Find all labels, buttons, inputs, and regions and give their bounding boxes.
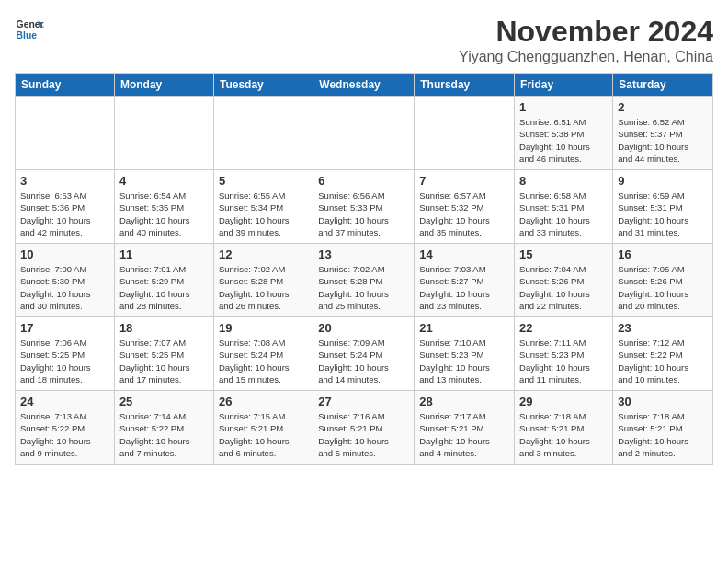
day-info: Sunrise: 7:06 AM Sunset: 5:25 PM Dayligh… [20, 337, 109, 385]
header-cell-saturday: Saturday [613, 74, 713, 97]
day-info: Sunrise: 7:11 AM Sunset: 5:23 PM Dayligh… [519, 337, 608, 385]
calendar-cell: 16Sunrise: 7:05 AM Sunset: 5:26 PM Dayli… [613, 244, 713, 317]
day-info: Sunrise: 7:04 AM Sunset: 5:26 PM Dayligh… [519, 263, 608, 312]
day-number: 4 [119, 174, 209, 188]
calendar-cell [114, 97, 213, 170]
day-number: 30 [618, 395, 708, 408]
day-info: Sunrise: 6:51 AM Sunset: 5:38 PM Dayligh… [519, 116, 608, 165]
calendar-cell: 12Sunrise: 7:02 AM Sunset: 5:28 PM Dayli… [213, 244, 313, 317]
day-number: 22 [519, 321, 608, 335]
logo-icon: General Blue [15, 15, 44, 44]
day-number: 7 [419, 174, 509, 188]
day-info: Sunrise: 7:01 AM Sunset: 5:29 PM Dayligh… [119, 263, 209, 312]
day-info: Sunrise: 6:52 AM Sunset: 5:37 PM Dayligh… [618, 116, 708, 165]
day-info: Sunrise: 7:13 AM Sunset: 5:22 PM Dayligh… [20, 410, 109, 459]
calendar-cell: 21Sunrise: 7:10 AM Sunset: 5:23 PM Dayli… [415, 317, 515, 391]
day-number: 14 [419, 247, 509, 261]
calendar-cell: 26Sunrise: 7:15 AM Sunset: 5:21 PM Dayli… [213, 391, 313, 465]
svg-text:Blue: Blue [17, 30, 38, 40]
day-info: Sunrise: 7:05 AM Sunset: 5:26 PM Dayligh… [618, 263, 708, 312]
day-info: Sunrise: 7:00 AM Sunset: 5:30 PM Dayligh… [20, 263, 109, 312]
day-number: 26 [219, 395, 308, 408]
day-number: 11 [119, 247, 209, 261]
week-row-3: 10Sunrise: 7:00 AM Sunset: 5:30 PM Dayli… [16, 244, 713, 317]
day-info: Sunrise: 7:07 AM Sunset: 5:25 PM Dayligh… [119, 337, 209, 385]
location: Yiyang Chengguanzhen, Henan, China [459, 49, 713, 65]
calendar-cell: 19Sunrise: 7:08 AM Sunset: 5:24 PM Dayli… [213, 317, 313, 391]
day-number: 8 [519, 174, 608, 188]
calendar-cell: 5Sunrise: 6:55 AM Sunset: 5:34 PM Daylig… [213, 170, 313, 244]
calendar-cell: 1Sunrise: 6:51 AM Sunset: 5:38 PM Daylig… [515, 97, 613, 170]
calendar-cell: 2Sunrise: 6:52 AM Sunset: 5:37 PM Daylig… [613, 97, 713, 170]
calendar-table: SundayMondayTuesdayWednesdayThursdayFrid… [15, 73, 713, 465]
day-number: 29 [519, 395, 608, 408]
day-info: Sunrise: 7:10 AM Sunset: 5:23 PM Dayligh… [419, 337, 509, 385]
day-number: 12 [219, 247, 308, 261]
day-info: Sunrise: 7:09 AM Sunset: 5:24 PM Dayligh… [318, 337, 409, 385]
day-info: Sunrise: 6:53 AM Sunset: 5:36 PM Dayligh… [20, 190, 109, 238]
day-info: Sunrise: 7:12 AM Sunset: 5:22 PM Dayligh… [618, 337, 708, 385]
calendar-cell: 23Sunrise: 7:12 AM Sunset: 5:22 PM Dayli… [613, 317, 713, 391]
day-info: Sunrise: 7:17 AM Sunset: 5:21 PM Dayligh… [419, 410, 509, 459]
day-number: 27 [318, 395, 409, 408]
header-cell-wednesday: Wednesday [313, 74, 415, 97]
day-number: 10 [20, 247, 109, 261]
calendar-cell: 25Sunrise: 7:14 AM Sunset: 5:22 PM Dayli… [114, 391, 213, 465]
day-number: 24 [20, 395, 109, 408]
day-info: Sunrise: 7:18 AM Sunset: 5:21 PM Dayligh… [519, 410, 608, 459]
day-number: 19 [219, 321, 308, 335]
day-number: 5 [219, 174, 308, 188]
day-info: Sunrise: 6:59 AM Sunset: 5:31 PM Dayligh… [618, 190, 708, 238]
calendar-cell [213, 97, 313, 170]
calendar-cell: 17Sunrise: 7:06 AM Sunset: 5:25 PM Dayli… [16, 317, 115, 391]
month-year: November 2024 [459, 15, 713, 49]
day-number: 1 [519, 100, 608, 114]
header-cell-friday: Friday [515, 74, 613, 97]
day-info: Sunrise: 7:16 AM Sunset: 5:21 PM Dayligh… [318, 410, 409, 459]
day-number: 9 [618, 174, 708, 188]
logo: General Blue [15, 15, 44, 44]
calendar-cell: 11Sunrise: 7:01 AM Sunset: 5:29 PM Dayli… [114, 244, 213, 317]
calendar-cell: 30Sunrise: 7:18 AM Sunset: 5:21 PM Dayli… [613, 391, 713, 465]
calendar-cell: 28Sunrise: 7:17 AM Sunset: 5:21 PM Dayli… [415, 391, 515, 465]
week-row-4: 17Sunrise: 7:06 AM Sunset: 5:25 PM Dayli… [16, 317, 713, 391]
day-info: Sunrise: 7:03 AM Sunset: 5:27 PM Dayligh… [419, 263, 509, 312]
header-cell-thursday: Thursday [415, 74, 515, 97]
day-number: 16 [618, 247, 708, 261]
day-info: Sunrise: 6:58 AM Sunset: 5:31 PM Dayligh… [519, 190, 608, 238]
calendar-cell: 29Sunrise: 7:18 AM Sunset: 5:21 PM Dayli… [515, 391, 613, 465]
header-cell-tuesday: Tuesday [213, 74, 313, 97]
calendar-cell: 13Sunrise: 7:02 AM Sunset: 5:28 PM Dayli… [313, 244, 415, 317]
day-info: Sunrise: 7:18 AM Sunset: 5:21 PM Dayligh… [618, 410, 708, 459]
calendar-cell [313, 97, 415, 170]
day-number: 6 [318, 174, 409, 188]
calendar-cell [415, 97, 515, 170]
calendar-cell: 10Sunrise: 7:00 AM Sunset: 5:30 PM Dayli… [16, 244, 115, 317]
day-number: 13 [318, 247, 409, 261]
day-info: Sunrise: 7:02 AM Sunset: 5:28 PM Dayligh… [219, 263, 308, 312]
page-header: General Blue November 2024 Yiyang Chengg… [15, 15, 713, 65]
day-number: 17 [20, 321, 109, 335]
calendar-cell: 27Sunrise: 7:16 AM Sunset: 5:21 PM Dayli… [313, 391, 415, 465]
calendar-cell: 9Sunrise: 6:59 AM Sunset: 5:31 PM Daylig… [613, 170, 713, 244]
day-info: Sunrise: 7:14 AM Sunset: 5:22 PM Dayligh… [119, 410, 209, 459]
day-number: 2 [618, 100, 708, 114]
day-info: Sunrise: 7:15 AM Sunset: 5:21 PM Dayligh… [219, 410, 308, 459]
calendar-cell: 4Sunrise: 6:54 AM Sunset: 5:35 PM Daylig… [114, 170, 213, 244]
calendar-cell: 15Sunrise: 7:04 AM Sunset: 5:26 PM Dayli… [515, 244, 613, 317]
calendar-cell: 7Sunrise: 6:57 AM Sunset: 5:32 PM Daylig… [415, 170, 515, 244]
week-row-1: 1Sunrise: 6:51 AM Sunset: 5:38 PM Daylig… [16, 97, 713, 170]
day-number: 25 [119, 395, 209, 408]
day-number: 18 [119, 321, 209, 335]
week-row-2: 3Sunrise: 6:53 AM Sunset: 5:36 PM Daylig… [16, 170, 713, 244]
day-info: Sunrise: 6:54 AM Sunset: 5:35 PM Dayligh… [119, 190, 209, 238]
header-cell-sunday: Sunday [16, 74, 115, 97]
calendar-cell: 3Sunrise: 6:53 AM Sunset: 5:36 PM Daylig… [16, 170, 115, 244]
calendar-cell: 24Sunrise: 7:13 AM Sunset: 5:22 PM Dayli… [16, 391, 115, 465]
day-info: Sunrise: 6:57 AM Sunset: 5:32 PM Dayligh… [419, 190, 509, 238]
calendar-cell: 22Sunrise: 7:11 AM Sunset: 5:23 PM Dayli… [515, 317, 613, 391]
header-cell-monday: Monday [114, 74, 213, 97]
day-number: 21 [419, 321, 509, 335]
day-number: 28 [419, 395, 509, 408]
calendar-cell: 20Sunrise: 7:09 AM Sunset: 5:24 PM Dayli… [313, 317, 415, 391]
